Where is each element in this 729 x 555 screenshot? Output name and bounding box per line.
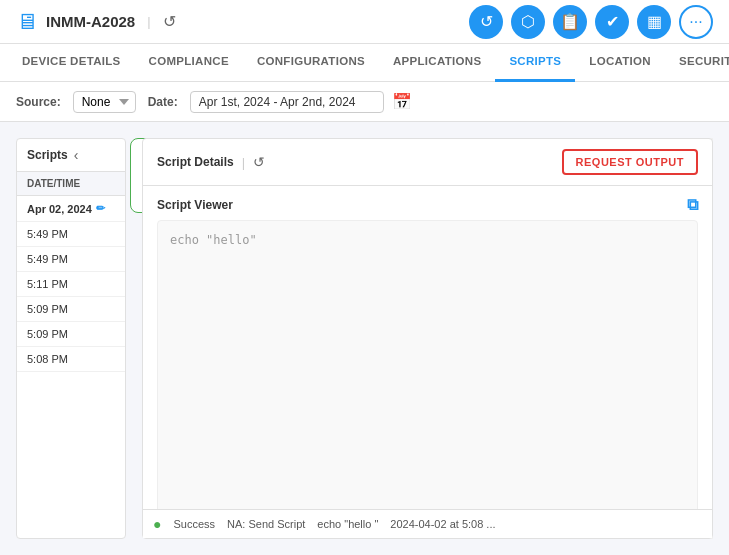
row-script-command: echo "hello " (317, 518, 378, 530)
header-left: 🖥 INMM-A2028 | ↺ (16, 9, 176, 35)
header: 🖥 INMM-A2028 | ↺ ↺ ⬡ 📋 ✔ ▦ ··· (0, 0, 729, 44)
row-script-name: NA: Send Script (227, 518, 305, 530)
header-divider: | (147, 14, 150, 29)
popover-divider: | (242, 155, 245, 170)
list-item[interactable]: 5:09 PM (17, 322, 125, 347)
scripts-date-row: Apr 02, 2024 ✏ (17, 196, 125, 222)
script-viewer-content: echo "hello" (157, 220, 698, 538)
scripts-panel: Scripts ‹ DATE/TIME Apr 02, 2024 ✏ 5:49 … (16, 138, 126, 539)
source-select[interactable]: None (73, 91, 136, 113)
tab-security[interactable]: SECURITY (665, 44, 729, 82)
header-icons: ↺ ⬡ 📋 ✔ ▦ ··· (469, 5, 713, 39)
list-item[interactable]: 5:09 PM (17, 297, 125, 322)
scripts-back-button[interactable]: ‹ (74, 147, 79, 163)
row-timestamp: 2024-04-02 at 5:08 ... (390, 518, 495, 530)
bottom-row: ● Success NA: Send Script echo "hello " … (143, 509, 712, 538)
script-details-popover: Script Details | ↺ REQUEST OUTPUT Script… (142, 138, 713, 539)
device-name: INMM-A2028 (46, 13, 135, 30)
scripts-col-header: DATE/TIME (17, 172, 125, 196)
more-button[interactable]: ··· (679, 5, 713, 39)
request-output-button[interactable]: REQUEST OUTPUT (562, 149, 698, 175)
cast-button[interactable]: ⬡ (511, 5, 545, 39)
popover-header: Script Details | ↺ REQUEST OUTPUT (143, 139, 712, 186)
scripts-date-value: Apr 02, 2024 (27, 203, 92, 215)
scripts-panel-header: Scripts ‹ (17, 139, 125, 172)
check-circle-button[interactable]: ✔ (595, 5, 629, 39)
row-status-icon: ● (153, 516, 161, 532)
tab-configurations[interactable]: CONFIGURATIONS (243, 44, 379, 82)
row-status-label: Success (173, 518, 215, 530)
list-item[interactable]: 5:49 PM (17, 222, 125, 247)
document-button[interactable]: 📋 (553, 5, 587, 39)
date-label: Date: (148, 95, 178, 109)
source-label: Source: (16, 95, 61, 109)
tab-location[interactable]: LOCATION (575, 44, 665, 82)
tab-device-details[interactable]: DEVICE DETAILS (8, 44, 135, 82)
popover-actions: REQUEST OUTPUT (562, 149, 698, 175)
calendar-button[interactable]: 📅 (392, 92, 412, 111)
header-refresh-button[interactable]: ↺ (163, 12, 176, 31)
popover-title: Script Details (157, 155, 234, 169)
external-link-icon[interactable]: ⧉ (687, 196, 698, 214)
list-item[interactable]: 5:11 PM (17, 272, 125, 297)
scripts-panel-title: Scripts (27, 148, 68, 162)
script-code: echo "hello" (170, 233, 257, 247)
main-content: ✅ Success 9 🔴 Failed 4 Scripts ‹ DATE/TI… (0, 122, 729, 555)
list-item[interactable]: 5:08 PM (17, 347, 125, 372)
barcode-button[interactable]: ▦ (637, 5, 671, 39)
tab-scripts[interactable]: SCRIPTS (495, 44, 575, 82)
edit-icon[interactable]: ✏ (96, 202, 105, 215)
popover-refresh-button[interactable]: ↺ (253, 154, 265, 170)
monitor-icon: 🖥 (16, 9, 38, 35)
date-range-display: Apr 1st, 2024 - Apr 2nd, 2024 (190, 91, 385, 113)
toolbar: Source: None Date: Apr 1st, 2024 - Apr 2… (0, 82, 729, 122)
script-viewer-label: Script Viewer ⧉ (157, 186, 698, 220)
tab-compliance[interactable]: COMPLIANCE (135, 44, 243, 82)
right-area: Script Details | ↺ REQUEST OUTPUT Script… (142, 138, 713, 539)
nav-tabs: DEVICE DETAILS COMPLIANCE CONFIGURATIONS… (0, 44, 729, 82)
list-item[interactable]: 5:49 PM (17, 247, 125, 272)
refresh-circle-button[interactable]: ↺ (469, 5, 503, 39)
tab-applications[interactable]: APPLICATIONS (379, 44, 495, 82)
